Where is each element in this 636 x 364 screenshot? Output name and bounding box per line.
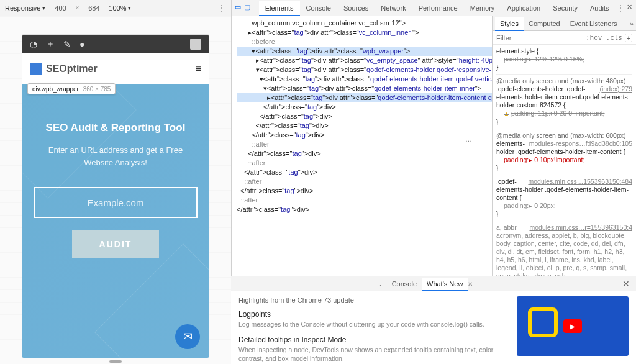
tab-audits[interactable]: Audits xyxy=(584,1,616,15)
new-rule-icon[interactable]: + xyxy=(625,34,632,42)
dom-tree[interactable]: wpb_column vc_column_container vc_col-sm… xyxy=(232,16,492,276)
play-icon[interactable]: ▶ xyxy=(563,319,582,333)
filter-input[interactable] xyxy=(496,34,582,42)
device-frame: ◔ ＋ ✎ ● SEOptimer ≡ div.wpb_wrapper 360 … xyxy=(22,35,209,358)
url-input[interactable] xyxy=(34,187,198,218)
devtools-menu-icon[interactable]: ⋮ xyxy=(617,4,625,12)
zoom-select[interactable]: 100% xyxy=(109,4,131,12)
section-body: Log messages to the Console without clut… xyxy=(238,320,509,329)
site-topbar: ◔ ＋ ✎ ● xyxy=(22,35,209,53)
hero: SEO Audit & Reporting Tool Enter an URL … xyxy=(22,84,209,358)
site-header: SEOptimer ≡ div.wpb_wrapper 360 × 785 xyxy=(22,53,209,84)
dot-icon: ● xyxy=(80,39,84,49)
width-input[interactable]: 400 xyxy=(49,4,71,12)
tab-application[interactable]: Application xyxy=(501,1,547,15)
gauge-icon[interactable]: ◔ xyxy=(30,39,37,49)
drawer-tab-whatsnew[interactable]: What's New xyxy=(422,278,468,291)
promo-video[interactable]: ▶ xyxy=(517,296,629,356)
dimension-x: × xyxy=(75,4,79,11)
hamburger-icon[interactable]: ≡ xyxy=(196,63,201,75)
styles-tabs: StylesComputedEvent Listeners » xyxy=(493,16,636,31)
promo-shape-icon xyxy=(528,307,558,337)
tooltip-selector: div.wpb_wrapper xyxy=(32,86,79,93)
tooltip-size: 360 × 785 xyxy=(83,86,111,93)
inspect-tooltip: div.wpb_wrapper 360 × 785 xyxy=(27,83,116,94)
device-select[interactable]: Responsive xyxy=(5,4,45,12)
tab-security[interactable]: Security xyxy=(547,1,584,15)
drawer-tab-console[interactable]: Console xyxy=(387,278,422,290)
logo-icon xyxy=(30,63,42,75)
drawer-body: Highlights from the Chrome 73 update Log… xyxy=(231,291,636,364)
drawer-tabs: ⋮ ConsoleWhat's New✕ ✕ xyxy=(231,276,636,291)
drawer-close-icon[interactable]: ✕ xyxy=(619,279,634,289)
height-input[interactable]: 684 xyxy=(83,4,105,12)
tab-console[interactable]: Console xyxy=(300,1,337,15)
hero-subtitle: Enter an URL address and get a Free Webs… xyxy=(34,144,198,168)
device-options-icon[interactable]: ⋮ xyxy=(218,4,226,12)
section-title: Detailed tooltips in Inspect Mode xyxy=(238,335,346,344)
tool-icon[interactable]: ✎ xyxy=(63,39,71,49)
hov-toggle[interactable]: :hov xyxy=(586,34,602,42)
logo[interactable]: SEOptimer xyxy=(30,63,98,75)
devtools-tabs: ▭ ▢ ElementsConsoleSourcesNetworkPerform… xyxy=(232,0,636,16)
styles-panel: StylesComputedEvent Listeners » :hov .cl… xyxy=(492,16,636,276)
close-devtools-icon[interactable]: ✕ xyxy=(626,3,634,13)
audit-button[interactable]: AUDIT xyxy=(72,230,159,258)
tab-performance[interactable]: Performance xyxy=(412,1,464,15)
tab-network[interactable]: Network xyxy=(375,1,412,15)
hero-title: SEO Audit & Reporting Tool xyxy=(34,122,198,134)
section-body: When inspecting a node, DevTools now sho… xyxy=(238,345,509,363)
drawer-tab-close-icon[interactable]: ✕ xyxy=(468,281,473,288)
styles-tab-computed[interactable]: Computed xyxy=(524,17,565,30)
drawer-menu-icon[interactable]: ⋮ xyxy=(377,280,384,288)
avatar[interactable] xyxy=(190,39,201,50)
inspect-icon[interactable]: ▭ xyxy=(234,3,242,13)
tab-elements[interactable]: Elements xyxy=(259,1,300,16)
styles-tab-styles[interactable]: Styles xyxy=(495,17,524,31)
resize-handle-icon[interactable] xyxy=(109,360,122,363)
preview-area: ◔ ＋ ✎ ● SEOptimer ≡ div.wpb_wrapper 360 … xyxy=(0,16,231,364)
drawer-headline: Highlights from the Chrome 73 update xyxy=(238,296,509,304)
device-toggle-icon[interactable]: ▢ xyxy=(243,3,250,13)
styles-filter: :hov .cls + xyxy=(493,31,636,45)
section-title: Logpoints xyxy=(238,310,271,319)
styles-more-icon[interactable]: » xyxy=(630,20,634,27)
tab-memory[interactable]: Memory xyxy=(464,1,501,15)
css-rules[interactable]: element.style {padding:▸ 12% 12% 0 15%;}… xyxy=(493,45,636,276)
plus-icon[interactable]: ＋ xyxy=(46,39,55,50)
chat-icon[interactable]: ✉ xyxy=(175,324,200,349)
styles-tab-event-listeners[interactable]: Event Listeners xyxy=(565,17,622,30)
dom-overflow-icon[interactable]: … xyxy=(465,135,472,143)
drawer: ⋮ ConsoleWhat's New✕ ✕ Highlights from t… xyxy=(231,276,636,364)
device-toolbar: Responsive 400 × 684 100% ⋮ xyxy=(0,0,231,16)
tab-sources[interactable]: Sources xyxy=(337,1,375,15)
cls-toggle[interactable]: .cls xyxy=(606,34,623,42)
logo-text: SEOptimer xyxy=(46,63,98,75)
